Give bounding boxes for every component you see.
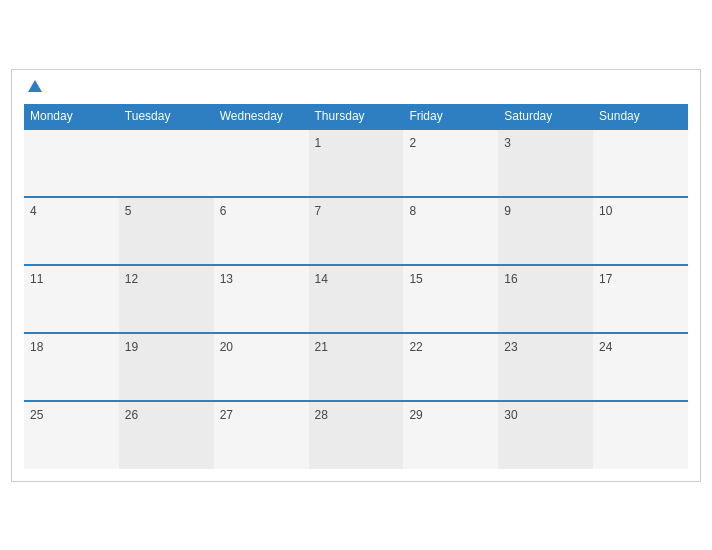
calendar-table: MondayTuesdayWednesdayThursdayFridaySatu… — [24, 104, 688, 469]
calendar-day-cell: 1 — [309, 129, 404, 197]
calendar-day-cell: 7 — [309, 197, 404, 265]
day-number: 12 — [125, 272, 138, 286]
calendar-day-cell: 27 — [214, 401, 309, 469]
calendar-day-cell: 23 — [498, 333, 593, 401]
logo — [24, 80, 42, 94]
calendar-day-cell: 21 — [309, 333, 404, 401]
day-number: 28 — [315, 408, 328, 422]
day-number: 16 — [504, 272, 517, 286]
weekday-header: Monday — [24, 104, 119, 129]
calendar-day-cell: 15 — [403, 265, 498, 333]
day-number: 26 — [125, 408, 138, 422]
day-number: 29 — [409, 408, 422, 422]
calendar-day-cell — [593, 401, 688, 469]
day-number: 2 — [409, 136, 416, 150]
day-number: 30 — [504, 408, 517, 422]
day-number: 7 — [315, 204, 322, 218]
calendar-day-cell: 6 — [214, 197, 309, 265]
day-number: 17 — [599, 272, 612, 286]
day-number: 5 — [125, 204, 132, 218]
day-number: 22 — [409, 340, 422, 354]
calendar-day-cell: 17 — [593, 265, 688, 333]
day-number: 3 — [504, 136, 511, 150]
weekday-header: Tuesday — [119, 104, 214, 129]
calendar-day-cell: 16 — [498, 265, 593, 333]
day-number: 27 — [220, 408, 233, 422]
calendar-week-row: 252627282930 — [24, 401, 688, 469]
calendar-day-cell — [214, 129, 309, 197]
calendar-week-row: 18192021222324 — [24, 333, 688, 401]
calendar-day-cell: 5 — [119, 197, 214, 265]
day-number: 10 — [599, 204, 612, 218]
day-number: 1 — [315, 136, 322, 150]
calendar-day-cell: 25 — [24, 401, 119, 469]
calendar-day-cell — [593, 129, 688, 197]
calendar-day-cell — [119, 129, 214, 197]
calendar-day-cell: 2 — [403, 129, 498, 197]
calendar-day-cell: 13 — [214, 265, 309, 333]
calendar-body: 1234567891011121314151617181920212223242… — [24, 129, 688, 469]
calendar-header — [24, 80, 688, 94]
weekday-header: Sunday — [593, 104, 688, 129]
day-number: 23 — [504, 340, 517, 354]
calendar-day-cell: 26 — [119, 401, 214, 469]
calendar-day-cell: 3 — [498, 129, 593, 197]
calendar-day-cell — [24, 129, 119, 197]
day-number: 21 — [315, 340, 328, 354]
day-number: 11 — [30, 272, 43, 286]
calendar-day-cell: 9 — [498, 197, 593, 265]
day-number: 24 — [599, 340, 612, 354]
calendar-day-cell: 8 — [403, 197, 498, 265]
day-number: 13 — [220, 272, 233, 286]
day-number: 4 — [30, 204, 37, 218]
calendar-day-cell: 30 — [498, 401, 593, 469]
weekday-header: Wednesday — [214, 104, 309, 129]
calendar-day-cell: 12 — [119, 265, 214, 333]
calendar-day-cell: 24 — [593, 333, 688, 401]
day-number: 9 — [504, 204, 511, 218]
calendar-day-cell: 28 — [309, 401, 404, 469]
weekday-header-row: MondayTuesdayWednesdayThursdayFridaySatu… — [24, 104, 688, 129]
calendar-week-row: 45678910 — [24, 197, 688, 265]
weekday-header: Friday — [403, 104, 498, 129]
calendar-day-cell: 10 — [593, 197, 688, 265]
weekday-header: Thursday — [309, 104, 404, 129]
day-number: 20 — [220, 340, 233, 354]
day-number: 25 — [30, 408, 43, 422]
calendar-week-row: 123 — [24, 129, 688, 197]
calendar-day-cell: 22 — [403, 333, 498, 401]
day-number: 15 — [409, 272, 422, 286]
calendar-day-cell: 18 — [24, 333, 119, 401]
day-number: 8 — [409, 204, 416, 218]
calendar-day-cell: 14 — [309, 265, 404, 333]
day-number: 14 — [315, 272, 328, 286]
calendar-day-cell: 11 — [24, 265, 119, 333]
calendar-day-cell: 4 — [24, 197, 119, 265]
weekday-header: Saturday — [498, 104, 593, 129]
logo-triangle-icon — [28, 80, 42, 92]
calendar: MondayTuesdayWednesdayThursdayFridaySatu… — [11, 69, 701, 482]
day-number: 18 — [30, 340, 43, 354]
day-number: 6 — [220, 204, 227, 218]
calendar-day-cell: 29 — [403, 401, 498, 469]
calendar-week-row: 11121314151617 — [24, 265, 688, 333]
calendar-day-cell: 19 — [119, 333, 214, 401]
calendar-day-cell: 20 — [214, 333, 309, 401]
day-number: 19 — [125, 340, 138, 354]
